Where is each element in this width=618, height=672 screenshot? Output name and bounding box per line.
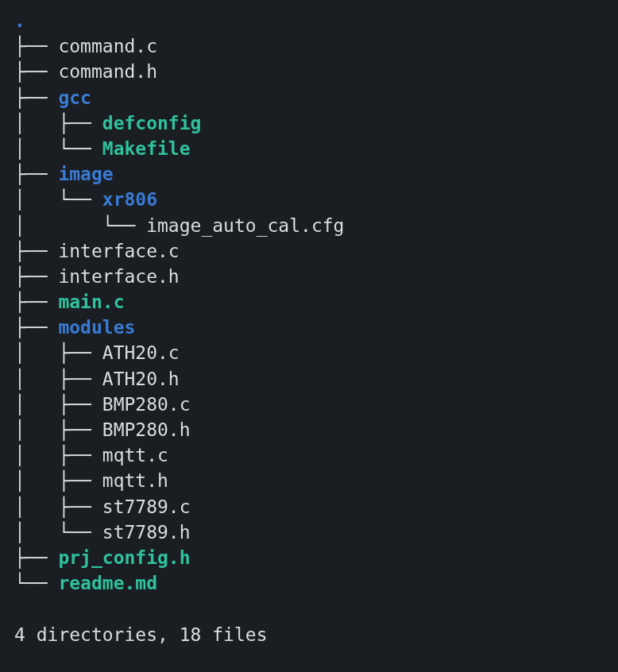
tree-entry: st7789.c (102, 496, 191, 517)
tree-branch: ├── (14, 317, 58, 338)
tree-branch: │ ├── (14, 445, 102, 465)
tree-entry: readme.md (58, 573, 157, 593)
tree-entry: image_auto_cal.cfg (146, 215, 344, 236)
tree-branch: │ ├── (14, 419, 102, 440)
tree-branch: ├── (14, 164, 58, 184)
tree-branch: │ ├── (14, 496, 102, 517)
tree-body: ├── command.c ├── command.h ├── gcc │ ├─… (14, 36, 344, 593)
tree-entry: gcc (58, 87, 91, 108)
tree-entry: xr806 (102, 189, 157, 210)
tree-branch: ├── (14, 61, 58, 82)
tree-branch: ├── (14, 36, 58, 56)
tree-summary: 4 directories, 18 files (14, 624, 268, 645)
tree-branch: └── (14, 573, 58, 593)
tree-entry: command.h (58, 61, 157, 82)
tree-entry: ATH20.c (102, 342, 180, 363)
tree-entry: BMP280.h (102, 419, 191, 440)
tree-branch: ├── (14, 266, 58, 287)
tree-branch: │ ├── (14, 369, 102, 389)
tree-branch: │ ├── (14, 394, 102, 415)
tree-entry: main.c (58, 292, 124, 312)
tree-entry: defconfig (102, 113, 202, 133)
tree-entry: modules (58, 317, 135, 338)
tree-branch: ├── (14, 241, 58, 261)
tree-branch: │ ├── (14, 113, 102, 133)
tree-output: . ├── command.c ├── command.h ├── gcc │ … (0, 0, 618, 655)
tree-branch: │ └── (14, 522, 102, 543)
tree-branch: │ ├── (14, 470, 102, 491)
tree-branch: │ └── (14, 138, 102, 159)
tree-branch: ├── (14, 547, 58, 568)
tree-branch: ├── (14, 87, 58, 108)
tree-entry: BMP280.c (102, 394, 191, 415)
tree-entry: interface.h (58, 266, 179, 287)
tree-entry: Makefile (102, 138, 191, 159)
tree-entry: interface.c (58, 241, 179, 261)
tree-entry: prj_config.h (58, 547, 190, 568)
tree-branch: │ ├── (14, 342, 102, 363)
tree-branch: ├── (14, 292, 58, 312)
tree-entry: mqtt.c (102, 445, 168, 465)
tree-branch: │ └── (14, 215, 146, 236)
tree-entry: ATH20.h (102, 369, 180, 389)
tree-root-dot: . (14, 10, 25, 31)
tree-entry: image (58, 164, 113, 184)
tree-entry: mqtt.h (102, 470, 168, 491)
tree-entry: command.c (58, 36, 157, 56)
tree-branch: │ └── (14, 189, 102, 210)
tree-entry: st7789.h (102, 522, 191, 543)
